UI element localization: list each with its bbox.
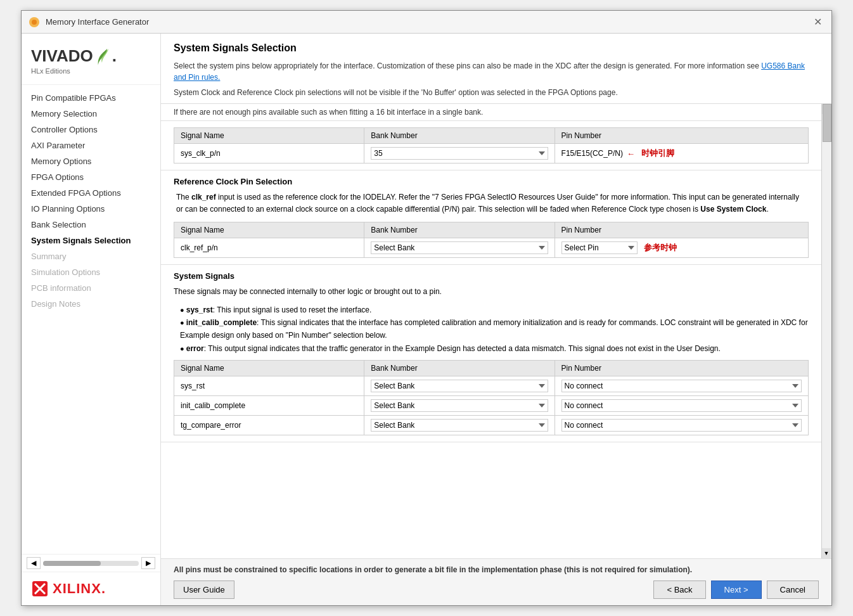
desc-line1: Select the system pins below appropriate… <box>174 61 759 70</box>
nav-scroll-right[interactable]: ▶ <box>141 557 155 569</box>
close-button[interactable]: ✕ <box>810 15 825 30</box>
clk-ref-bank-cell: Select Bank <box>364 238 555 258</box>
init-calib-pin-select[interactable]: No connect <box>561 399 802 412</box>
window-title: Memory Interface Generator <box>46 17 149 27</box>
system-signals-desc: These signals may be connected internall… <box>174 286 809 298</box>
logo-area: VIVADO . HLx Editions <box>22 34 160 85</box>
sidebar-item-axi-parameter[interactable]: AXI Parameter <box>22 138 160 153</box>
panel-title: System Signals Selection <box>174 42 819 54</box>
clk-ref-pin-annotation: Select Pin 参考时钟 <box>561 241 802 254</box>
clk-ref-bold: clk_ref <box>191 193 216 202</box>
panel-description: Select the system pins below appropriate… <box>174 60 819 83</box>
sidebar-item-pcb-info: PCB information <box>22 280 160 296</box>
xilinx-logo-area: XILINX. <box>22 572 160 605</box>
sys-clk-bank: 35 <box>364 144 555 164</box>
scrollbar-track: ▲ ▼ <box>821 104 831 558</box>
back-button[interactable]: < Back <box>653 581 705 599</box>
nav-scroll-area: ◀ ▶ <box>22 554 160 572</box>
sys-rst-row: sys_rst Select Bank No connect <box>174 376 809 396</box>
sys-clk-bank-select[interactable]: 35 <box>371 147 548 160</box>
ref-clock-table: Signal Name Bank Number Pin Number clk_r… <box>174 222 809 258</box>
xilinx-icon <box>31 580 49 598</box>
sidebar-item-pin-compatible[interactable]: Pin Compatible FPGAs <box>22 90 160 106</box>
col-pin-number-2: Pin Number <box>555 222 808 238</box>
col-pin-number-1: Pin Number <box>555 128 808 144</box>
sys-rst-pin-select[interactable]: No connect <box>561 380 802 392</box>
scrollbar-thumb[interactable] <box>823 104 831 142</box>
desc-line2: System Clock and Reference Clock pin sel… <box>174 88 618 97</box>
footer-buttons: < Back Next > Cancel <box>653 581 819 599</box>
vivado-logo: VIVADO . <box>31 46 151 66</box>
sidebar-item-memory-selection[interactable]: Memory Selection <box>22 106 160 122</box>
sys-clk-signal: sys_clk_p/n <box>174 144 364 164</box>
panel-body: If there are not enough pins available s… <box>161 104 831 558</box>
col-signal-name-1: Signal Name <box>174 128 364 144</box>
tg-compare-pin-select[interactable]: No connect <box>561 419 802 432</box>
user-guide-button[interactable]: User Guide <box>174 581 234 599</box>
title-bar-left: Memory Interface Generator <box>28 16 149 29</box>
svg-point-1 <box>32 20 37 25</box>
sys-clk-pin-annotation: F15/E15(CC_P/N) ← 时钟引脚 <box>561 148 802 159</box>
sidebar: VIVADO . HLx Editions Pin Compatible FPG… <box>22 34 161 605</box>
sys-clk-row: sys_clk_p/n 35 F15/E15(CC_P/N) ← <box>174 144 809 164</box>
logo-subtitle: HLx Editions <box>31 67 151 75</box>
col-bank-number-1: Bank Number <box>364 128 555 144</box>
init-calib-row: init_calib_complete Select Bank No conne… <box>174 396 809 416</box>
clk-ref-signal: clk_ref_p/n <box>174 238 364 258</box>
system-signals-table: Signal Name Bank Number Pin Number sys_r… <box>174 360 809 435</box>
system-signals-bullets: sys_rst: This input signal is used to re… <box>180 304 809 356</box>
ref-clock-row: clk_ref_p/n Select Bank Selec <box>174 238 809 258</box>
sidebar-item-fpga-options[interactable]: FPGA Options <box>22 169 160 185</box>
sidebar-item-controller-options[interactable]: Controller Options <box>22 122 160 138</box>
init-calib-bank-select[interactable]: Select Bank <box>371 399 548 412</box>
scrollbar-arrow-down[interactable]: ▼ <box>822 548 831 558</box>
system-signals-section: System Signals These signals may be conn… <box>161 265 821 442</box>
title-bar: Memory Interface Generator ✕ <box>22 11 831 34</box>
tg-compare-row: tg_compare_error Select Bank No connect <box>174 416 809 435</box>
next-button[interactable]: Next > <box>711 581 762 599</box>
nav-scroll-left[interactable]: ◀ <box>27 557 41 569</box>
vivado-text: VIVADO <box>31 46 93 66</box>
use-system-clock-bold: Use System Clock <box>700 205 766 214</box>
panel-header: System Signals Selection Select the syst… <box>161 34 831 104</box>
footer-row: User Guide < Back Next > Cancel <box>174 581 819 599</box>
sys-clk-pin-value: F15/E15(CC_P/N) <box>561 149 623 158</box>
footer-left: User Guide <box>174 581 234 599</box>
sys-clk-pin: F15/E15(CC_P/N) ← 时钟引脚 <box>555 144 808 164</box>
panel-footer: All pins must be constrained to specific… <box>161 558 831 605</box>
system-signals-title: System Signals <box>174 271 809 281</box>
ref-clock-title: Reference Clock Pin Selection <box>174 177 809 186</box>
sys-rst-pin: No connect <box>555 376 808 396</box>
clk-ref-bank-select[interactable]: Select Bank <box>371 241 548 254</box>
init-calib-pin: No connect <box>555 396 808 416</box>
col-bank-number-2: Bank Number <box>364 222 555 238</box>
sidebar-item-extended-fpga[interactable]: Extended FPGA Options <box>22 185 160 201</box>
sidebar-item-io-planning[interactable]: IO Planning Options <box>22 201 160 217</box>
tg-compare-bank-select[interactable]: Select Bank <box>371 419 548 432</box>
bullet-sys-rst: sys_rst: This input signal is used to re… <box>180 304 809 316</box>
tg-compare-bank: Select Bank <box>364 416 555 435</box>
bullet-error: error: This output signal indicates that… <box>180 342 809 355</box>
sidebar-item-memory-options[interactable]: Memory Options <box>22 153 160 169</box>
annotation-text-clk: 时钟引脚 <box>641 148 674 159</box>
cancel-button[interactable]: Cancel <box>767 581 819 599</box>
col-signal-name-3: Signal Name <box>174 361 364 376</box>
sidebar-item-system-signals[interactable]: System Signals Selection <box>22 233 160 248</box>
sys-clk-table: Signal Name Bank Number Pin Number sys_c… <box>174 127 809 164</box>
sidebar-item-simulation: Simulation Options <box>22 264 160 280</box>
annotation-arrow-clk: ← <box>627 149 635 158</box>
main-panel: System Signals Selection Select the syst… <box>161 34 831 605</box>
init-calib-bank: Select Bank <box>364 396 555 416</box>
init-calib-signal: init_calib_complete <box>174 396 364 416</box>
sidebar-item-bank-selection[interactable]: Bank Selection <box>22 217 160 233</box>
tg-compare-signal: tg_compare_error <box>174 416 364 435</box>
sidebar-item-design-notes: Design Notes <box>22 296 160 312</box>
annotation-text-ref: 参考时钟 <box>644 242 677 253</box>
app-icon <box>28 16 41 29</box>
main-content: VIVADO . HLx Editions Pin Compatible FPG… <box>22 34 831 605</box>
clk-ref-pin-select[interactable]: Select Pin <box>561 241 638 254</box>
nav-scroll-thumb <box>43 561 101 566</box>
sys-rst-bank-select[interactable]: Select Bank <box>371 380 548 392</box>
clk-ref-pin-cell: Select Pin 参考时钟 <box>555 238 808 258</box>
sys-clk-section: Signal Name Bank Number Pin Number sys_c… <box>161 121 821 170</box>
